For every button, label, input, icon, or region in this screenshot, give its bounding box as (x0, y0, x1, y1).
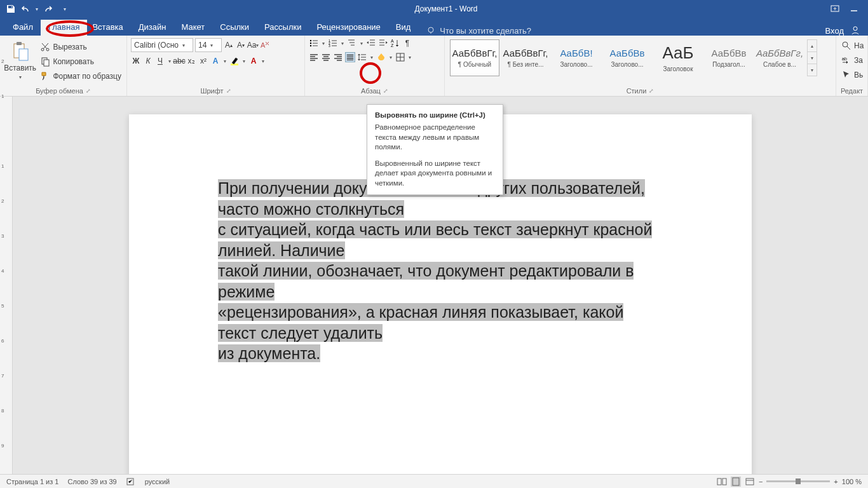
save-icon[interactable] (5, 3, 17, 15)
clear-format-icon[interactable]: A (260, 40, 270, 50)
indent-icon[interactable] (378, 38, 388, 48)
ribbon-display-icon[interactable] (830, 4, 840, 14)
selected-text-block[interactable]: При получении документа Word от других п… (218, 178, 663, 364)
print-layout-icon[interactable] (731, 477, 741, 487)
svg-point-2 (853, 27, 857, 30)
underline-button[interactable]: Ч (155, 56, 165, 66)
shading-icon[interactable] (376, 52, 386, 62)
copy-button[interactable]: Копировать (39, 55, 123, 68)
align-center-icon[interactable] (321, 52, 331, 62)
outdent-icon[interactable] (366, 38, 376, 48)
strike-button[interactable]: abc (174, 56, 184, 66)
editing-group-label: Редакт (841, 87, 863, 95)
quick-access-toolbar: ▾ ▾ (0, 3, 71, 15)
svg-rect-9 (44, 60, 49, 66)
tab-file[interactable]: Файл (5, 20, 41, 36)
tab-references[interactable]: Ссылки (212, 20, 257, 36)
zoom-value[interactable]: 100 % (842, 478, 862, 485)
web-layout-icon[interactable] (745, 477, 755, 487)
tab-design[interactable]: Дизайн (131, 20, 174, 36)
align-right-icon[interactable] (333, 52, 343, 62)
pilcrow-icon[interactable]: ¶ (402, 38, 412, 48)
style-heading1[interactable]: АаБбВ!Заголово... (552, 39, 601, 76)
subscript-button[interactable]: x₂ (186, 56, 196, 66)
replace-button[interactable]: abЗа (840, 54, 864, 67)
select-button[interactable]: Вь (840, 69, 864, 81)
para-launcher-icon[interactable]: ⤢ (383, 88, 388, 94)
svg-rect-5 (19, 49, 28, 60)
sort-icon[interactable]: AZ (390, 38, 400, 48)
bullets-icon[interactable] (309, 38, 319, 48)
svg-point-12 (310, 43, 311, 44)
status-word-count[interactable]: Слово 39 из 39 (67, 478, 116, 485)
borders-icon[interactable] (395, 52, 405, 62)
font-size-combo[interactable]: 14▾ (195, 38, 222, 52)
font-launcher-icon[interactable]: ⤢ (226, 88, 231, 94)
font-group-label: Шрифт (200, 87, 223, 95)
svg-point-1 (428, 27, 433, 32)
minimize-icon[interactable] (849, 4, 859, 14)
gallery-up-icon[interactable]: ▴ (808, 40, 817, 52)
justify-icon[interactable] (345, 52, 355, 62)
format-painter-button[interactable]: Формат по образцу (39, 70, 123, 83)
change-case-icon[interactable]: Aa▾ (248, 40, 258, 50)
gallery-down-icon[interactable]: ▾ (808, 52, 817, 64)
svg-text:A: A (391, 39, 394, 43)
zoom-out-icon[interactable]: − (759, 478, 763, 485)
svg-text:Z: Z (391, 43, 394, 48)
tab-review[interactable]: Рецензирование (309, 20, 388, 36)
tooltip-title: Выровнять по ширине (Ctrl+J) (375, 111, 495, 119)
read-mode-icon[interactable] (717, 477, 727, 487)
status-language[interactable]: русский (145, 478, 170, 485)
spellcheck-icon[interactable] (126, 477, 136, 487)
font-name-combo[interactable]: Calibri (Осно▾ (131, 38, 193, 52)
style-heading2[interactable]: АаБбВвЗаголово... (602, 39, 652, 76)
multilevel-icon[interactable] (347, 38, 357, 48)
cut-button[interactable]: Вырезать (39, 41, 123, 53)
undo-icon[interactable] (20, 3, 32, 15)
style-subtitle[interactable]: АаБбВвПодзагол... (704, 39, 754, 76)
style-normal[interactable]: АаБбВвГг,¶ Обычный (450, 39, 499, 76)
redo-icon[interactable] (42, 3, 53, 15)
style-subtle-emphasis[interactable]: АаБбВвГг,Слабое в... (755, 39, 804, 76)
styles-launcher-icon[interactable]: ⤢ (649, 88, 654, 94)
zoom-in-icon[interactable]: + (834, 478, 837, 485)
gallery-expand-icon[interactable]: ▾ (808, 64, 817, 76)
status-page[interactable]: Страница 1 из 1 (6, 478, 58, 485)
undo-dropdown-icon[interactable]: ▾ (36, 6, 38, 12)
paste-dropdown-icon[interactable]: ▾ (18, 74, 23, 80)
svg-rect-25 (733, 478, 739, 485)
tab-insert[interactable]: Вставка (85, 20, 130, 36)
tab-home[interactable]: Главная (41, 20, 87, 36)
tab-mailings[interactable]: Рассылки (257, 20, 309, 36)
replace-icon: ab (841, 55, 851, 65)
text-effects-icon[interactable]: A (210, 56, 220, 66)
vertical-ruler[interactable]: 21123456789 (0, 97, 13, 474)
italic-button[interactable]: К (143, 56, 153, 66)
tab-view[interactable]: Вид (388, 20, 419, 36)
superscript-button[interactable]: x² (198, 56, 208, 66)
align-left-icon[interactable] (309, 52, 319, 62)
find-button[interactable]: На (840, 39, 865, 52)
font-color-icon[interactable]: A (248, 56, 259, 66)
tell-me-search[interactable]: Что вы хотите сделать? (418, 25, 539, 36)
bold-button[interactable]: Ж (131, 56, 141, 66)
svg-text:3: 3 (329, 44, 330, 48)
highlight-icon[interactable] (229, 56, 240, 66)
line-spacing-icon[interactable] (357, 52, 367, 62)
style-title[interactable]: АаБЗаголовок (653, 39, 703, 76)
zoom-slider[interactable] (766, 480, 830, 482)
clipboard-launcher-icon[interactable]: ⤢ (86, 88, 91, 94)
paste-button[interactable]: Вставить ▾ (4, 38, 36, 83)
qa-customize-icon[interactable]: ▾ (64, 6, 66, 12)
account-icon[interactable] (850, 25, 860, 36)
style-no-spacing[interactable]: АаБбВвГг,¶ Без инте... (501, 39, 550, 76)
grow-font-icon[interactable]: A▴ (224, 40, 234, 50)
find-icon (841, 41, 851, 51)
signin-link[interactable]: Вход (825, 26, 844, 36)
numbering-icon[interactable]: 123 (328, 38, 338, 48)
group-editing: На abЗа Вь Редакт (836, 36, 868, 96)
shrink-font-icon[interactable]: A▾ (236, 40, 246, 50)
tab-layout[interactable]: Макет (173, 20, 212, 36)
ribbon: Вставить ▾ Вырезать Копировать Формат по… (0, 36, 868, 97)
